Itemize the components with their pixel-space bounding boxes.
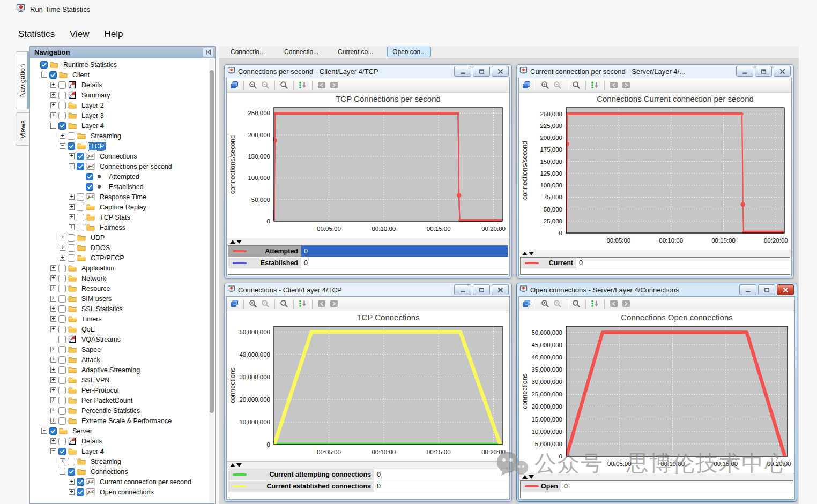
checkbox-unchecked[interactable] [68,458,75,465]
checkbox-checked[interactable] [77,163,84,170]
tree-item-adaptive-streaming[interactable]: +Adaptive Streaming [30,365,215,375]
checkbox-unchecked[interactable] [58,336,66,343]
close-button[interactable] [774,66,791,77]
expand-toggle-icon[interactable]: + [50,397,56,403]
menu-item-help[interactable]: Help [105,29,123,40]
tree-item-details[interactable]: +Details [30,436,215,446]
legend-row[interactable]: Established0 [228,258,508,269]
checkbox-checked[interactable] [77,478,84,486]
zoom-in-icon[interactable] [540,299,550,309]
expand-toggle-icon[interactable]: + [69,204,75,210]
checkbox-unchecked[interactable] [68,234,75,242]
side-tab-views[interactable]: Views [16,112,29,146]
checkbox-checked[interactable] [58,448,66,455]
checkbox-unchecked[interactable] [68,132,75,140]
tree-item-established[interactable]: Established [30,182,215,192]
tree-item-attack[interactable]: +Attack [30,355,215,365]
checkbox-unchecked[interactable] [58,366,66,374]
checkbox-unchecked[interactable] [58,346,66,353]
checkbox-unchecked[interactable] [58,407,66,415]
collapse-toggle-icon[interactable]: − [50,448,56,454]
tree-item-qoe[interactable]: +QoE [30,324,215,334]
checkbox-unchecked[interactable] [58,265,66,272]
menu-item-view[interactable]: View [70,29,90,40]
checkbox-checked[interactable] [68,142,75,150]
expand-toggle-icon[interactable]: + [69,489,75,495]
magnify-icon[interactable] [571,299,581,309]
collapse-toggle-icon[interactable]: − [60,143,65,149]
checkbox-unchecked[interactable] [58,92,66,99]
checkbox-checked[interactable] [40,61,48,69]
legend-row[interactable]: Open0 [521,481,793,493]
export-icon[interactable] [229,80,239,90]
window-titlebar[interactable]: Connections per second - Client/Layer 4/… [226,65,510,78]
checkbox-unchecked[interactable] [58,81,66,89]
document-tab[interactable]: Open con... [387,47,431,57]
tree-item-open-connections[interactable]: +Open connections [30,487,215,497]
tree-item-sim-users[interactable]: +SIM users [30,294,215,304]
expand-toggle-icon[interactable]: + [50,112,56,118]
minimize-button[interactable] [454,284,471,295]
document-tab[interactable]: Connectio... [225,47,270,57]
checkbox-unchecked[interactable] [58,295,66,303]
tree-item-layer-3[interactable]: +Layer 3 [30,110,215,121]
checkbox-unchecked[interactable] [58,275,66,282]
zoom-in-icon[interactable] [248,299,258,309]
expand-toggle-icon[interactable]: + [60,245,65,251]
expand-toggle-icon[interactable]: + [69,153,75,159]
zoom-in-icon[interactable] [248,80,258,90]
checkbox-unchecked[interactable] [68,254,75,262]
collapse-toggle-icon[interactable]: − [60,469,65,475]
checkbox-unchecked[interactable] [58,285,66,292]
close-button[interactable] [492,284,509,295]
checkbox-checked[interactable] [68,468,75,476]
magnify-icon[interactable] [279,299,289,309]
window-titlebar[interactable]: Connections - Client/Layer 4/TCP [226,283,510,296]
expand-toggle-icon[interactable]: + [50,377,56,383]
expand-toggle-icon[interactable]: + [50,357,56,363]
checkbox-unchecked[interactable] [58,417,66,425]
expand-toggle-icon[interactable]: + [50,102,56,108]
tree-item-timers[interactable]: +Timers [30,314,215,324]
checkbox-unchecked[interactable] [58,326,66,333]
tree-item-connections[interactable]: +Connections [30,151,215,161]
expand-toggle-icon[interactable]: + [50,275,56,281]
checkbox-unchecked[interactable] [58,112,66,119]
window-titlebar[interactable]: Current connection per second - Server/L… [518,65,792,78]
tree-item-application[interactable]: +Application [30,263,215,273]
expand-toggle-icon[interactable]: + [50,418,56,424]
tree-item-streaming[interactable]: +Streaming [30,456,215,467]
tree-item-server[interactable]: −Server [30,426,215,436]
tree-item-response-time[interactable]: +Response Time [30,192,215,202]
checkbox-checked[interactable] [86,173,93,180]
legend-row[interactable]: Current established connections0 [228,481,508,493]
tree-item-ssl-statistics[interactable]: +SSL Statistics [30,304,215,314]
tree-item-tcp-stats[interactable]: +TCP Stats [30,212,215,222]
close-button[interactable] [492,66,509,77]
tree-item-vqastreams[interactable]: VQAStreams [30,334,215,344]
expand-toggle-icon[interactable]: + [69,194,75,200]
tree-item-connections[interactable]: −Connections [30,467,215,477]
tree-item-percentile-statistics[interactable]: +Percentile Statistics [30,405,215,416]
checkbox-unchecked[interactable] [58,102,66,109]
tree-scrollbar[interactable] [209,59,214,502]
sort-descending-icon[interactable] [236,463,242,467]
tree-item-streaming[interactable]: +Streaming [30,131,215,141]
checkbox-checked[interactable] [49,427,57,435]
expand-toggle-icon[interactable]: + [50,92,56,98]
sort-ascending-icon[interactable] [522,475,528,479]
checkbox-unchecked[interactable] [58,438,66,445]
restore-button[interactable] [473,284,490,295]
minimize-button[interactable] [739,284,756,295]
export-icon[interactable] [522,299,531,309]
tree-item-details[interactable]: +Details [30,80,215,90]
tree-item-gtp-pfcp[interactable]: +GTP/PFCP [30,253,215,263]
checkbox-unchecked[interactable] [58,305,66,313]
document-tab[interactable]: Current co... [332,47,378,57]
tree-item-per-protocol[interactable]: +Per-Protocol [30,385,215,395]
checkbox-checked[interactable] [49,71,57,79]
sort-descending-icon[interactable] [529,252,534,255]
side-tab-navigation[interactable]: Navigation [16,51,29,109]
expand-toggle-icon[interactable]: + [69,214,75,220]
tree-item-capture-replay[interactable]: +Capture Replay [30,202,215,212]
